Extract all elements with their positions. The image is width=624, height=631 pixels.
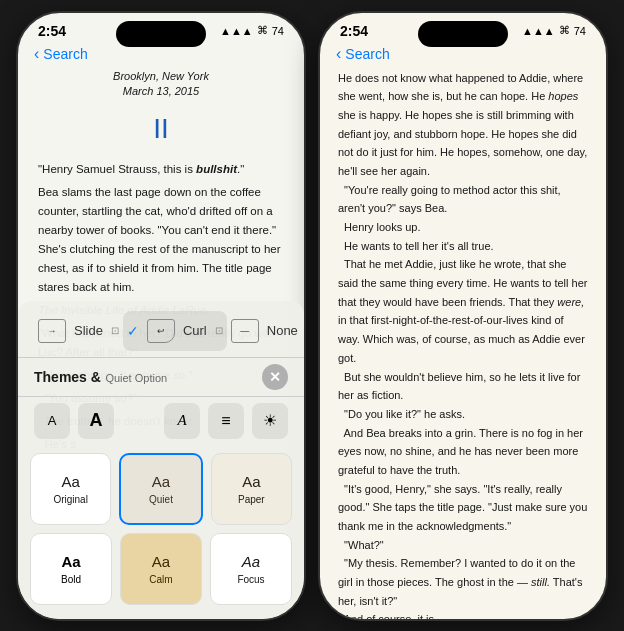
status-bar-left: 2:54 ▲▲▲ ⌘ 74 [18,13,304,43]
font-controls: A A A ≡ ☀ [18,396,304,445]
quiet-option-label: Quiet Option [105,372,167,384]
theme-bold[interactable]: Aa Bold [30,533,112,605]
back-label-right: Search [345,46,389,62]
theme-original[interactable]: Aa Original [30,453,111,525]
font-layout-button[interactable]: ≡ [208,403,244,439]
font-style-button[interactable]: A [164,403,200,439]
font-brightness-button[interactable]: ☀ [252,403,288,439]
book-content-right: He does not know what happened to Addie,… [320,69,606,621]
scroll-curl[interactable]: ✓ ↩ Curl ⊡ [123,311,227,351]
chapter-number: II [38,107,284,152]
dynamic-island-left [116,21,206,47]
scroll-none[interactable]: — None [227,311,302,351]
status-time-left: 2:54 [38,23,66,39]
book-header: Brooklyn, New York March 13, 2015 [38,69,284,100]
status-bar-right: 2:54 ▲▲▲ ⌘ 74 [320,13,606,43]
themes-label: Themes & Quiet Option [34,368,167,386]
scroll-slide[interactable]: → Slide ⊡ [34,311,123,351]
left-phone: 2:54 ▲▲▲ ⌘ 74 ‹ Search Brooklyn, New Yor… [16,11,306,621]
theme-paper[interactable]: Aa Paper [211,453,292,525]
close-button[interactable]: ✕ [262,364,288,390]
battery-icon: 74 [272,25,284,37]
wifi-icon-right: ⌘ [559,24,570,37]
status-time-right: 2:54 [340,23,368,39]
back-label-left: Search [43,46,87,62]
phones-container: 2:54 ▲▲▲ ⌘ 74 ‹ Search Brooklyn, New Yor… [16,11,608,621]
signal-icon-right: ▲▲▲ [522,25,555,37]
chevron-left-icon: ‹ [34,45,39,63]
curl-icon: ↩ [147,319,175,343]
theme-quiet[interactable]: Aa Quiet [119,453,202,525]
theme-cards-row2: Aa Bold Aa Calm Aa Focus [18,533,304,619]
theme-calm[interactable]: Aa Calm [120,533,202,605]
overlay-panel: → Slide ⊡ ✓ ↩ Curl ⊡ — None Themes [18,301,304,619]
checkmark-icon: ✓ [127,323,139,339]
slide-icon: → [38,319,66,343]
back-button-right[interactable]: ‹ Search [336,45,390,63]
font-large-button[interactable]: A [78,403,114,439]
wifi-icon: ⌘ [257,24,268,37]
font-small-button[interactable]: A [34,403,70,439]
dynamic-island-right [418,21,508,47]
theme-focus[interactable]: Aa Focus [210,533,292,605]
none-icon: — [231,319,259,343]
status-icons-right: ▲▲▲ ⌘ 74 [522,24,586,37]
chevron-left-icon-right: ‹ [336,45,341,63]
battery-icon-right: 74 [574,25,586,37]
back-button-left[interactable]: ‹ Search [34,45,88,63]
theme-cards-row1: Aa Original Aa Quiet Aa Paper [18,445,304,533]
scroll-options: → Slide ⊡ ✓ ↩ Curl ⊡ — None [18,301,304,357]
status-icons-left: ▲▲▲ ⌘ 74 [220,24,284,37]
themes-row: Themes & Quiet Option ✕ [18,357,304,396]
right-phone: 2:54 ▲▲▲ ⌘ 74 ‹ Search He does not know … [318,11,608,621]
signal-icon: ▲▲▲ [220,25,253,37]
